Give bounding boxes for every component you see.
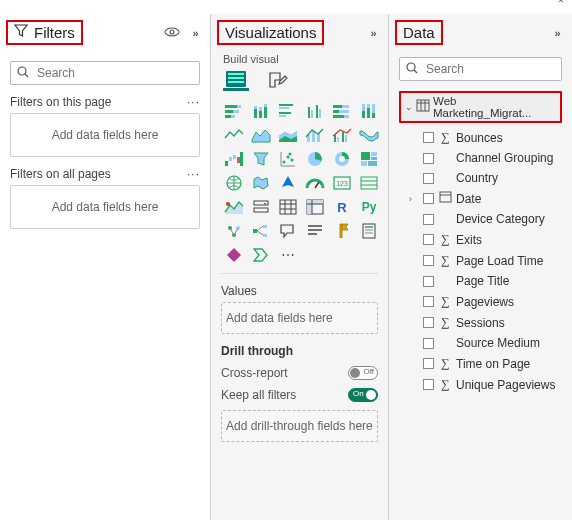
field-item[interactable]: Source Medium bbox=[399, 333, 562, 353]
field-item[interactable]: ›Date bbox=[399, 188, 562, 209]
cross-report-toggle[interactable]: Off bbox=[348, 366, 378, 380]
clustered-column-icon[interactable] bbox=[304, 101, 326, 121]
line-chart-icon[interactable] bbox=[223, 125, 245, 145]
field-item[interactable]: ∑Page Load Time bbox=[399, 250, 562, 271]
format-mode-button[interactable] bbox=[265, 69, 291, 91]
gauge-icon[interactable] bbox=[304, 173, 326, 193]
svg-rect-22 bbox=[279, 112, 291, 114]
goals-icon[interactable] bbox=[331, 221, 353, 241]
field-checkbox[interactable] bbox=[423, 358, 434, 369]
smart-narrative-icon[interactable] bbox=[304, 221, 326, 241]
line-stacked-column-icon[interactable] bbox=[304, 125, 326, 145]
hundred-stacked-bar-icon[interactable] bbox=[331, 101, 353, 121]
filters-title: Filters bbox=[34, 24, 75, 41]
collapse-filters-icon[interactable]: » bbox=[186, 27, 202, 39]
stacked-area-icon[interactable] bbox=[277, 125, 299, 145]
table-icon[interactable] bbox=[277, 197, 299, 217]
svg-rect-13 bbox=[231, 115, 235, 118]
page-collapse-strip[interactable]: ˄ bbox=[0, 0, 572, 14]
power-apps-icon[interactable] bbox=[223, 245, 245, 265]
svg-text:123: 123 bbox=[336, 180, 348, 187]
svg-rect-51 bbox=[240, 152, 243, 166]
field-item[interactable]: ∑Pageviews bbox=[399, 291, 562, 312]
data-search[interactable] bbox=[399, 57, 562, 81]
field-item[interactable]: ∑Bounces bbox=[399, 127, 562, 148]
key-influencers-icon[interactable] bbox=[223, 221, 245, 241]
field-checkbox[interactable] bbox=[423, 173, 434, 184]
field-item[interactable]: ∑Sessions bbox=[399, 312, 562, 333]
decomposition-tree-icon[interactable] bbox=[250, 221, 272, 241]
filters-page-drop[interactable]: Add data fields here bbox=[10, 113, 200, 157]
field-item[interactable]: ∑Unique Pageviews bbox=[399, 374, 562, 395]
field-checkbox[interactable] bbox=[423, 255, 434, 266]
field-checkbox[interactable] bbox=[423, 379, 434, 390]
more-icon[interactable]: ··· bbox=[187, 167, 200, 181]
eye-icon[interactable] bbox=[164, 26, 180, 40]
hundred-stacked-column-icon[interactable] bbox=[358, 101, 380, 121]
filters-search[interactable] bbox=[10, 61, 200, 85]
field-checkbox[interactable] bbox=[423, 193, 434, 204]
stacked-column-icon[interactable] bbox=[250, 101, 272, 121]
pie-chart-icon[interactable] bbox=[304, 149, 326, 169]
svg-rect-93 bbox=[263, 234, 267, 237]
python-visual-icon[interactable]: Py bbox=[358, 197, 380, 217]
map-icon[interactable] bbox=[223, 173, 245, 193]
field-checkbox[interactable] bbox=[423, 214, 434, 225]
svg-rect-18 bbox=[264, 107, 267, 118]
card-icon[interactable]: 123 bbox=[331, 173, 353, 193]
collapse-data-icon[interactable]: » bbox=[548, 27, 564, 39]
data-search-input[interactable] bbox=[424, 61, 572, 77]
drillthrough-drop[interactable]: Add drill-through fields here bbox=[221, 410, 378, 442]
svg-rect-49 bbox=[233, 155, 236, 159]
field-item[interactable]: ∑Time on Page bbox=[399, 353, 562, 374]
treemap-icon[interactable] bbox=[358, 149, 380, 169]
field-item[interactable]: ∑Exits bbox=[399, 229, 562, 250]
field-item[interactable]: Page Title bbox=[399, 271, 562, 291]
field-checkbox[interactable] bbox=[423, 132, 434, 143]
field-item[interactable]: Country bbox=[399, 168, 562, 188]
donut-chart-icon[interactable] bbox=[331, 149, 353, 169]
svg-rect-35 bbox=[362, 111, 365, 118]
field-checkbox[interactable] bbox=[423, 234, 434, 245]
collapse-viz-icon[interactable]: » bbox=[364, 27, 380, 39]
matrix-icon[interactable] bbox=[304, 197, 326, 217]
keep-filters-toggle[interactable]: On bbox=[348, 388, 378, 402]
svg-rect-10 bbox=[225, 110, 233, 113]
field-item[interactable]: Channel Grouping bbox=[399, 148, 562, 168]
kpi-icon[interactable] bbox=[223, 197, 245, 217]
more-icon[interactable]: ··· bbox=[187, 95, 200, 109]
field-checkbox[interactable] bbox=[423, 276, 434, 287]
build-mode-button[interactable] bbox=[223, 69, 249, 91]
filters-search-input[interactable] bbox=[35, 65, 193, 81]
slicer-icon[interactable] bbox=[250, 197, 272, 217]
clustered-bar-icon[interactable] bbox=[277, 101, 299, 121]
filled-map-icon[interactable] bbox=[250, 173, 272, 193]
svg-line-90 bbox=[234, 228, 238, 235]
paginated-report-icon[interactable] bbox=[358, 221, 380, 241]
ribbon-chart-icon[interactable] bbox=[358, 125, 380, 145]
area-chart-icon[interactable] bbox=[250, 125, 272, 145]
field-checkbox[interactable] bbox=[423, 338, 434, 349]
field-name: Exits bbox=[456, 233, 482, 247]
filters-all-drop[interactable]: Add data fields here bbox=[10, 185, 200, 229]
stacked-bar-icon[interactable] bbox=[223, 101, 245, 121]
scatter-icon[interactable] bbox=[277, 149, 299, 169]
power-automate-icon[interactable] bbox=[250, 245, 272, 265]
field-checkbox[interactable] bbox=[423, 317, 434, 328]
values-drop[interactable]: Add data fields here bbox=[221, 302, 378, 334]
r-visual-icon[interactable]: R bbox=[331, 197, 353, 217]
qa-visual-icon[interactable] bbox=[277, 221, 299, 241]
table-name: Web Marketing_Migrat... bbox=[433, 95, 556, 119]
waterfall-icon[interactable] bbox=[223, 149, 245, 169]
get-more-visuals-icon[interactable]: ⋯ bbox=[277, 245, 299, 265]
multi-row-card-icon[interactable] bbox=[358, 173, 380, 193]
field-item[interactable]: Device Category bbox=[399, 209, 562, 229]
funnel-icon[interactable] bbox=[250, 149, 272, 169]
field-checkbox[interactable] bbox=[423, 296, 434, 307]
svg-rect-109 bbox=[440, 192, 451, 202]
date-table-icon bbox=[440, 191, 450, 206]
line-clustered-column-icon[interactable] bbox=[331, 125, 353, 145]
azure-map-icon[interactable] bbox=[277, 173, 299, 193]
field-checkbox[interactable] bbox=[423, 153, 434, 164]
table-node[interactable]: ⌄ Web Marketing_Migrat... bbox=[399, 91, 562, 123]
